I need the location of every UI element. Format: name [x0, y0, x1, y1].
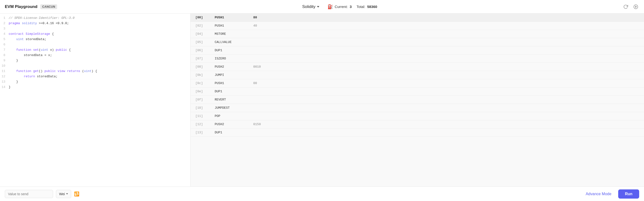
wei-selector[interactable]: Wei [56, 190, 71, 198]
bytecode-opcode: PUSH2 [210, 120, 248, 128]
line-content: } [9, 80, 18, 84]
bytecode-offset: [05] [190, 38, 210, 46]
bytecode-arg [248, 104, 644, 112]
gas-current-value: 3 [350, 5, 352, 9]
line-content: uint storedData; [9, 38, 46, 41]
code-line: 10 [0, 64, 190, 69]
code-line: 11 function get() public view returns (u… [0, 69, 190, 74]
bytecode-opcode: JUMPDEST [210, 104, 248, 112]
bytecode-opcode: DUP1 [210, 46, 248, 55]
header: EVM Playground CANCUN Solidity ⛽ Current… [0, 0, 644, 14]
bytecode-arg: 00 [248, 79, 644, 87]
bytecode-opcode: PUSH1 [210, 22, 248, 30]
bytecode-arg: 0150 [248, 120, 644, 128]
line-number: 1 [0, 16, 9, 20]
code-line: 12 return storedData; [0, 74, 190, 80]
line-number: 6 [0, 43, 9, 46]
line-content [9, 43, 10, 46]
play-button[interactable] [632, 4, 639, 10]
bytecode-offset: [04] [190, 30, 210, 38]
line-number: 5 [0, 38, 9, 41]
bytecode-arg [248, 55, 644, 63]
table-row: [12]PUSH20150 [190, 120, 644, 128]
bytecode-arg: 80 [248, 14, 644, 22]
table-row: [13]DUP1 [190, 128, 644, 137]
line-content [9, 27, 10, 31]
bytecode-arg [248, 46, 644, 55]
line-content: storedData = x; [9, 53, 52, 57]
bytecode-arg [248, 87, 644, 96]
table-row: [0e]DUP1 [190, 87, 644, 96]
line-number: 2 [0, 22, 9, 25]
line-number: 7 [0, 48, 9, 52]
advance-mode-button[interactable]: Advance Mode [582, 190, 615, 198]
line-content: } [9, 59, 18, 62]
line-number: 4 [0, 32, 9, 36]
bytecode-offset: [0c] [190, 79, 210, 87]
bytecode-arg: 40 [248, 22, 644, 30]
bytecode-arg: 0010 [248, 63, 644, 71]
table-row: [0c]PUSH100 [190, 79, 644, 87]
svg-marker-1 [635, 6, 636, 8]
bytecode-offset: [00] [190, 14, 210, 22]
bytecode-opcode: PUSH1 [210, 79, 248, 87]
line-content: contract SimpleStorage { [9, 32, 54, 36]
code-line: 5 uint storedData; [0, 37, 190, 43]
play-icon [634, 4, 638, 9]
bytecode-offset: [13] [190, 128, 210, 137]
bytecode-opcode: PUSH1 [210, 14, 248, 22]
code-editor: 1// SPDX-License-Identifier: GPL-3.02pra… [0, 14, 190, 186]
table-row: [02]PUSH140 [190, 22, 644, 30]
code-line: 7 function set(uint x) public { [0, 48, 190, 53]
bytecode-offset: [0b] [190, 71, 210, 79]
refresh-icon [623, 4, 628, 9]
loop-icon[interactable]: 🔁 [74, 191, 79, 197]
bytecode-offset: [0e] [190, 87, 210, 96]
code-line: 8 storedData = x; [0, 53, 190, 59]
bytecode-offset: [06] [190, 46, 210, 55]
bytecode-opcode: DUP1 [210, 128, 248, 137]
line-number: 9 [0, 59, 9, 62]
bytecode-opcode: ISZERO [210, 55, 248, 63]
line-content: // SPDX-License-Identifier: GPL-3.0 [9, 16, 74, 20]
bytecode-panel: [00]PUSH180[02]PUSH140[04]MSTORE[05]CALL… [190, 14, 644, 186]
line-content: return storedData; [9, 75, 58, 78]
bytecode-arg [248, 96, 644, 104]
network-badge: CANCUN [40, 4, 57, 9]
code-line: 9 } [0, 59, 190, 64]
bytecode-offset: [10] [190, 104, 210, 112]
line-content: } [9, 85, 10, 89]
table-row: [0b]JUMPI [190, 71, 644, 79]
bytecode-opcode: POP [210, 112, 248, 120]
table-row: [0f]REVERT [190, 96, 644, 104]
code-line: 14} [0, 85, 190, 90]
line-content: function set(uint x) public { [9, 48, 71, 52]
gas-total-value: 58360 [367, 5, 377, 9]
code-line: 1// SPDX-License-Identifier: GPL-3.0 [0, 16, 190, 21]
line-number: 10 [0, 64, 9, 68]
language-selector[interactable]: Solidity [302, 4, 319, 9]
gas-pump-icon: ⛽ [328, 4, 333, 10]
line-number: 14 [0, 85, 9, 89]
bytecode-offset: [07] [190, 55, 210, 63]
footer: Wei 🔁 Advance Mode Run [0, 186, 644, 201]
wei-label: Wei [59, 192, 65, 196]
bytecode-opcode: REVERT [210, 96, 248, 104]
main-content: 1// SPDX-License-Identifier: GPL-3.02pra… [0, 14, 644, 186]
bytecode-arg [248, 112, 644, 120]
code-line: 3 [0, 27, 190, 32]
gas-current-label: Current: [335, 5, 348, 9]
line-number: 3 [0, 27, 9, 31]
refresh-button[interactable] [622, 4, 629, 10]
bytecode-opcode: JUMPI [210, 71, 248, 79]
line-number: 11 [0, 69, 9, 73]
line-content: pragma solidity >=0.4.16 <0.9.0; [9, 22, 69, 25]
bytecode-offset: [0f] [190, 96, 210, 104]
bytecode-arg [248, 38, 644, 46]
wei-chevron-icon [66, 193, 68, 194]
value-input[interactable] [5, 190, 53, 198]
header-center: Solidity ⛽ Current: 3 Total: 58360 [57, 4, 622, 10]
bytecode-opcode: PUSH2 [210, 63, 248, 71]
run-button[interactable]: Run [618, 189, 639, 198]
bytecode-arg [248, 30, 644, 38]
